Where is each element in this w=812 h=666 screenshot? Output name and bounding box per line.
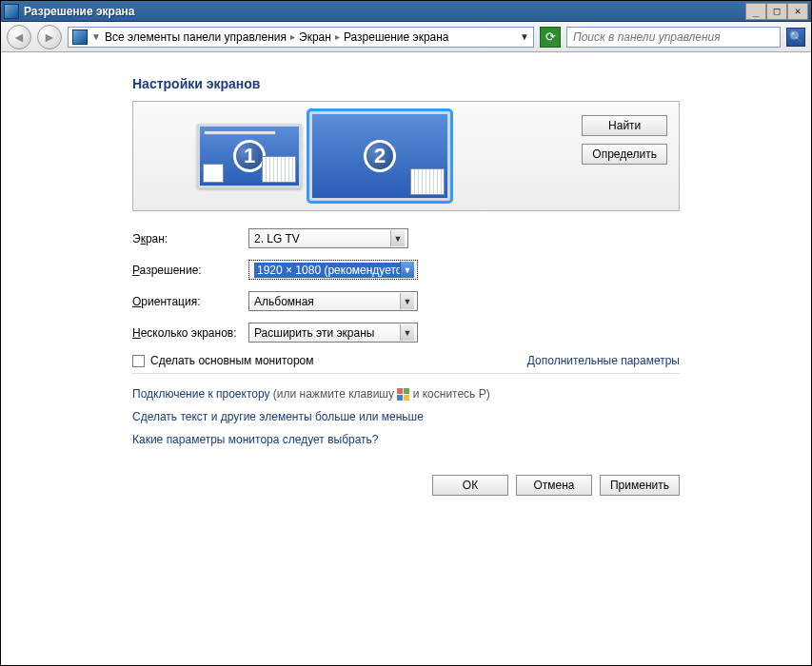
monitor-number: 2 xyxy=(364,140,396,172)
refresh-button[interactable]: ⟳ xyxy=(540,27,561,48)
breadcrumb-seg[interactable]: Разрешение экрана xyxy=(344,30,449,44)
back-button[interactable]: ◄ xyxy=(7,25,31,49)
location-icon xyxy=(72,29,88,45)
app-icon xyxy=(4,4,19,19)
dropdown-value: 1920 × 1080 (рекомендуется) xyxy=(254,263,400,278)
monitor-1[interactable]: 1 xyxy=(197,124,302,188)
primary-monitor-checkbox[interactable] xyxy=(132,355,145,367)
dropdown-value: Альбомная xyxy=(254,295,400,308)
minimize-button[interactable]: _ xyxy=(745,3,766,20)
identify-button[interactable]: Определить xyxy=(582,144,667,165)
primary-monitor-label: Сделать основным монитором xyxy=(150,354,314,367)
window-graphic xyxy=(203,164,224,183)
close-button[interactable]: ✕ xyxy=(787,3,808,20)
maximize-button[interactable]: □ xyxy=(766,3,787,20)
whichmonitor-link[interactable]: Какие параметры монитора следует выбрать… xyxy=(132,433,680,446)
breadcrumb-seg[interactable]: Все элементы панели управления xyxy=(105,30,287,44)
row-display: Экран: 2. LG TV ▼ xyxy=(132,228,680,248)
window-graphic xyxy=(262,156,296,183)
dropdown-arrow-icon: ▼ xyxy=(390,230,405,246)
window-controls: _ □ ✕ xyxy=(745,3,808,20)
monitors-group: 1 2 xyxy=(197,111,450,201)
window-graphic xyxy=(410,168,445,195)
window-titlebar: Разрешение экрана _ □ ✕ xyxy=(1,1,811,22)
breadcrumb[interactable]: ▼ Все элементы панели управления ▸ Экран… xyxy=(68,27,534,48)
forward-button[interactable]: ► xyxy=(37,25,62,49)
breadcrumb-dropdown-icon[interactable]: ▼ xyxy=(520,31,529,42)
dropdown-value: 2. LG TV xyxy=(254,232,390,245)
search-button[interactable]: 🔍 xyxy=(786,28,805,47)
row-orientation: Ориентация: Альбомная ▼ xyxy=(132,291,680,311)
find-button[interactable]: Найти xyxy=(582,115,667,136)
projector-hint-after: и коснитесь P) xyxy=(409,387,489,401)
preview-buttons: Найти Определить xyxy=(582,115,667,165)
textsize-link[interactable]: Сделать текст и другие элементы больше и… xyxy=(132,410,680,423)
cancel-button[interactable]: Отмена xyxy=(516,475,592,496)
projector-link-row: Подключение к проектору (или нажмите кла… xyxy=(132,387,680,401)
monitor-number: 1 xyxy=(233,140,266,172)
row-resolution: Разрешение: 1920 × 1080 (рекомендуется) … xyxy=(132,260,680,280)
chevron-right-icon: ▸ xyxy=(335,31,340,42)
navigation-toolbar: ◄ ► ▼ Все элементы панели управления ▸ Э… xyxy=(1,22,811,52)
apply-button[interactable]: Применить xyxy=(600,475,680,496)
label-multiple-displays: Несколько экранов: xyxy=(132,326,248,340)
label-resolution: Разрешение: xyxy=(132,264,248,277)
page-heading: Настройки экранов xyxy=(132,76,680,91)
primary-monitor-checkbox-row: Сделать основным монитором xyxy=(132,354,314,367)
chevron-down-icon: ▼ xyxy=(91,31,101,42)
projector-link[interactable]: Подключение к проектору xyxy=(132,387,270,401)
search-input[interactable] xyxy=(571,29,778,45)
dropdown-arrow-icon: ▼ xyxy=(400,262,414,278)
window-title: Разрешение экрана xyxy=(24,5,745,18)
label-display: Экран: xyxy=(132,232,248,245)
displays-preview: 1 2 Найти Определить xyxy=(132,101,680,211)
dropdown-resolution[interactable]: 1920 × 1080 (рекомендуется) ▼ xyxy=(248,260,418,280)
settings-panel: Настройки экранов 1 2 Найти Определить xyxy=(132,76,680,496)
advanced-settings-link[interactable]: Дополнительные параметры xyxy=(527,354,680,367)
projector-hint-before: (или нажмите клавишу xyxy=(270,387,398,401)
search-box[interactable] xyxy=(566,27,781,48)
dropdown-value: Расширить эти экраны xyxy=(254,326,400,340)
dropdown-arrow-icon: ▼ xyxy=(400,324,414,341)
dropdown-orientation[interactable]: Альбомная ▼ xyxy=(248,291,418,311)
dropdown-multiple-displays[interactable]: Расширить эти экраны ▼ xyxy=(248,323,418,343)
monitor-2[interactable]: 2 xyxy=(309,111,450,201)
breadcrumb-seg[interactable]: Экран xyxy=(299,30,331,44)
content-area: Настройки экранов 1 2 Найти Определить xyxy=(1,52,811,496)
chevron-right-icon: ▸ xyxy=(290,31,295,42)
taskbar-graphic xyxy=(204,130,276,135)
label-orientation: Ориентация: xyxy=(132,295,248,308)
dropdown-display[interactable]: 2. LG TV ▼ xyxy=(248,228,408,248)
row-multiple-displays: Несколько экранов: Расширить эти экраны … xyxy=(132,323,680,343)
primary-and-advanced-row: Сделать основным монитором Дополнительны… xyxy=(132,354,680,374)
dialog-buttons: ОК Отмена Применить xyxy=(132,475,680,496)
ok-button[interactable]: ОК xyxy=(432,475,508,496)
windows-logo-icon xyxy=(397,388,409,401)
dropdown-arrow-icon: ▼ xyxy=(400,293,414,309)
